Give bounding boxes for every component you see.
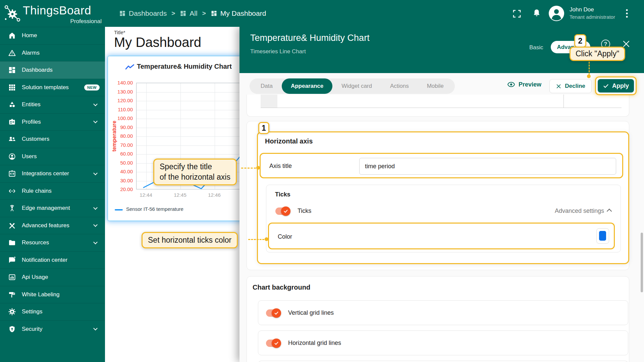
breadcrumb-all[interactable]: All [180,9,197,17]
toggle-check-icon [281,206,290,216]
sidebar-item-white-labeling[interactable]: White Labeling [0,286,105,303]
color-swatch-button[interactable] [596,228,609,244]
notifications-bell-icon[interactable] [532,9,541,19]
fullscreen-icon[interactable] [513,9,521,19]
home-icon [8,32,16,40]
vertical-grid-lines-toggle[interactable] [266,308,281,318]
tab-widget-card[interactable]: Widget card [332,78,381,94]
sidebar-item-advanced-features[interactable]: Advanced features [0,217,105,234]
y-tick-label: 120.00 [117,98,133,103]
eye-icon [507,80,515,88]
sidebar-item-dashboards[interactable]: Dashboards [0,61,105,79]
x-tick-label: 12:45 [170,192,190,198]
tab-appearance[interactable]: Appearance [282,78,332,94]
sidebar-item-settings[interactable]: Settings [0,303,105,320]
toggle-check-icon [272,308,281,318]
sidebar-item-alarms[interactable]: Alarms [0,44,105,62]
logo[interactable]: ThingsBoard Professional [0,0,105,27]
breadcrumb: Dashboards > All > My Dashboard [119,0,266,27]
mode-basic-button[interactable]: Basic [529,44,543,51]
y-tick-label: 140.00 [117,80,133,85]
sidebar-item-api-usage[interactable]: Api Usage [0,268,105,286]
chevron-down-icon [93,102,98,106]
next-row-partial [258,361,628,362]
vertical-grid-lines-label: Vertical grid lines [288,309,334,316]
sidebar-item-rule-chains[interactable]: Rule chains [0,182,105,200]
sidebar-item-edge-management[interactable]: Edge management [0,199,105,217]
y-tick-label: 50.00 [120,160,133,166]
tab-actions[interactable]: Actions [381,78,418,94]
breadcrumb-dashboards[interactable]: Dashboards [119,9,167,17]
top-header: Dashboards > All > My Dashboard John Doe… [105,0,644,27]
chevron-up-icon[interactable] [607,209,612,214]
connector-dot [256,166,260,170]
sidebar-item-home[interactable]: Home [0,27,105,44]
axis-title-label: Axis title [269,163,292,170]
sidebar-item-users[interactable]: Users [0,148,105,165]
dashboard-title: My Dashboard [114,35,201,50]
horizontal-grid-lines-toggle[interactable] [266,339,281,348]
axis-title-callout: Specify the title of the horizontal axis [153,159,237,185]
sidebar-item-notification-center[interactable]: Notification center [0,251,105,269]
y-tick-label: 110.00 [118,107,133,112]
ticks-toggle[interactable] [275,206,290,216]
sidebar-item-integrations-center[interactable]: Integrations center [0,165,105,182]
y-tick-label: 90.00 [120,124,133,130]
widget-settings-panel: Temperature& Humidity Chart Timeseries L… [239,27,644,362]
ticks-color-callout: Set horizontal ticks color [142,232,238,248]
timeseries-widget-card[interactable]: Temperature& Humidity Chart temperature … [108,56,246,221]
chevron-down-icon [93,119,98,123]
avatar[interactable] [549,6,564,22]
breadcrumb-separator: > [171,10,175,17]
sidebar-item-customers[interactable]: Customers [0,130,105,148]
dashboards-icon [211,10,217,17]
chart-background-heading: Chart background [253,284,310,291]
vertical-grid-lines-row: Vertical grid lines [258,300,628,325]
advanced-settings-link[interactable]: Advanced settings [537,207,604,215]
integrations-icon [8,170,16,178]
sidebar-item-resources[interactable]: Resources [0,234,105,251]
sidebar-item-entities[interactable]: Entities [0,96,105,113]
cropped-table-cell [261,95,277,108]
chevron-down-icon [93,205,98,210]
panel-scrollbar[interactable] [641,233,643,292]
breadcrumb-my-dashboard[interactable]: My Dashboard [211,9,266,17]
tab-data[interactable]: Data [252,78,282,94]
connector-ticks-color [248,239,264,240]
step1-badge: 1 [258,122,269,134]
apply-highlight-box: Apply [595,76,637,95]
paint-roller-icon [8,291,16,299]
thingsboard-app: Title* My Dashboard Temperature& Humidit… [0,0,644,362]
gear-icon [8,308,16,316]
panel-title: Temperature& Humidity Chart [250,33,370,43]
user-role: Tenant administrator [570,14,615,20]
decline-button[interactable]: Decline [549,79,592,93]
kebab-menu-icon[interactable] [626,9,628,19]
color-label: Color [278,233,292,240]
ticks-heading: Ticks [275,191,290,198]
y-tick-label: 80.00 [120,133,133,139]
panel-subtitle: Timeseries Line Chart [250,48,306,55]
brand-name: ThingsBoard [23,4,91,17]
legend-line-marker [115,209,123,210]
step2-badge: 2 [574,34,586,48]
ticks-toggle-label: Ticks [298,207,311,215]
axis-title-input[interactable] [359,158,616,175]
tab-mobile[interactable]: Mobile [418,78,453,94]
cropped-table-divider [261,108,622,108]
shield-icon [8,325,16,333]
sidebar-item-security[interactable]: Security [0,320,105,338]
legend-series-label[interactable]: Sensor IT-56 temperature [126,206,183,212]
sidebar-item-profiles[interactable]: Profiles [0,113,105,131]
apply-button[interactable]: Apply [598,79,634,93]
connector-axis-title [241,168,256,169]
user-info[interactable]: John Doe Tenant administrator [570,6,615,20]
rule-chains-icon [8,187,16,195]
preview-button[interactable]: Preview [507,80,541,88]
dashboards-icon [8,66,16,74]
x-tick-label: 12:46 [204,192,224,198]
sidebar-item-solution-templates[interactable]: Solution templates NEW [0,79,105,96]
check-icon [603,83,609,89]
connector-dot [587,74,591,78]
id-badge-icon [8,118,16,126]
